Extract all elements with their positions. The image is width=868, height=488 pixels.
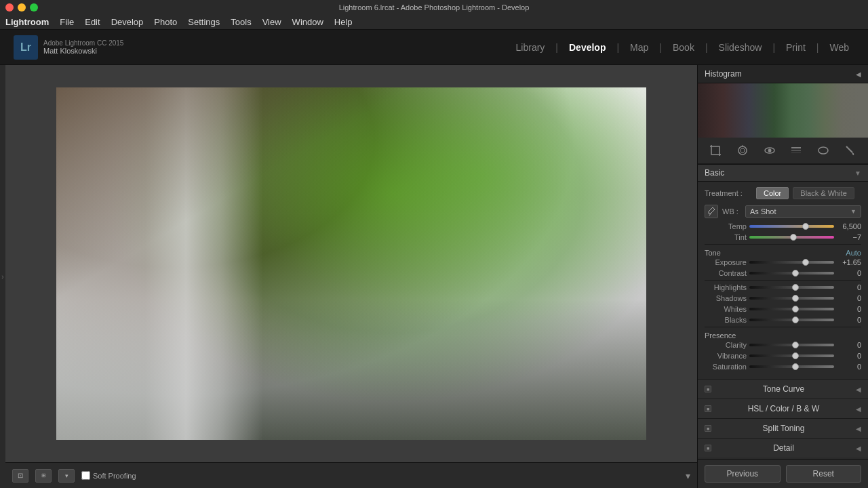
radial-filter-tool-icon[interactable]: [814, 143, 833, 158]
spot-removal-tool-icon[interactable]: [733, 143, 752, 158]
grid-overlay-button[interactable]: ⊞: [35, 469, 52, 483]
tint-label: Tint: [705, 233, 747, 241]
main-content: › ⊡ ⊞ ▾ Soft Proofing: [0, 65, 868, 488]
hsl-header[interactable]: ■ HSL / Color / B & W ◀: [698, 399, 868, 418]
tint-slider-thumb[interactable]: [790, 234, 797, 241]
clarity-slider-track[interactable]: [749, 344, 834, 346]
edit-menu[interactable]: Edit: [85, 17, 100, 27]
app-menu[interactable]: Lightroom: [5, 17, 49, 27]
file-menu[interactable]: File: [60, 17, 74, 27]
temp-slider-track[interactable]: [749, 225, 834, 228]
basic-panel-content: Treatment : Color Black & White WB : As …: [698, 182, 868, 379]
basic-title: Basic: [705, 168, 724, 178]
detail-toggle[interactable]: ■: [705, 445, 711, 451]
hsl-toggle[interactable]: ■: [705, 405, 711, 412]
tone-curve-toggle[interactable]: ■: [705, 386, 711, 392]
image-container[interactable]: [5, 65, 697, 462]
nav-develop[interactable]: Develop: [564, 39, 611, 56]
close-button[interactable]: [5, 3, 14, 12]
nav-map[interactable]: Map: [625, 39, 654, 56]
app-name: Adobe Lightroom CC 2015: [43, 39, 123, 47]
basic-section-header[interactable]: Basic ▼: [698, 164, 868, 182]
compare-button[interactable]: ▾: [58, 469, 75, 483]
shadows-slider-track[interactable]: [749, 297, 834, 300]
saturation-slider-thumb[interactable]: [792, 363, 799, 370]
tools-menu[interactable]: Tools: [231, 17, 251, 27]
view-menu[interactable]: View: [262, 17, 281, 27]
reset-button[interactable]: Reset: [786, 465, 862, 483]
hsl-arrow: ◀: [856, 405, 861, 413]
develop-menu[interactable]: Develop: [111, 17, 144, 27]
left-panel-toggle[interactable]: ›: [0, 65, 5, 488]
contrast-slider-track[interactable]: [749, 272, 834, 274]
svg-line-14: [846, 146, 852, 152]
wb-dropdown[interactable]: As Shot ▼: [745, 205, 861, 218]
separator-3: [705, 327, 861, 327]
tint-slider-track[interactable]: [749, 236, 834, 239]
exposure-label: Exposure: [705, 258, 747, 266]
shadows-slider-thumb[interactable]: [792, 295, 799, 302]
red-eye-correction-icon[interactable]: [760, 143, 779, 158]
nav-print[interactable]: Print: [781, 39, 811, 56]
blacks-slider-track[interactable]: [749, 319, 834, 321]
treatment-color-btn[interactable]: Color: [756, 187, 789, 199]
basic-arrow: ▼: [854, 169, 861, 177]
nav-web[interactable]: Web: [824, 39, 854, 56]
exposure-slider-thumb[interactable]: [802, 259, 809, 266]
exposure-slider-track[interactable]: [749, 261, 834, 264]
user-name: Matt Kloskowski: [43, 47, 123, 55]
hsl-panel: ■ HSL / Color / B & W ◀: [698, 399, 868, 418]
presence-subsection-row: Presence: [705, 331, 861, 340]
split-toning-toggle[interactable]: ■: [705, 425, 711, 432]
graduated-filter-tool-icon[interactable]: [787, 143, 806, 158]
exposure-slider-row: Exposure +1.65: [705, 258, 861, 266]
help-menu[interactable]: Help: [334, 17, 353, 27]
highlights-slider-track[interactable]: [749, 286, 834, 289]
detail-header[interactable]: ■ Detail ◀: [698, 439, 868, 458]
contrast-slider-thumb[interactable]: [792, 270, 799, 277]
wb-eyedropper-icon[interactable]: [705, 205, 718, 218]
wb-row: WB : As Shot ▼: [705, 205, 861, 218]
clarity-value: 0: [837, 341, 861, 349]
lr-icon-text: Lr: [20, 41, 31, 54]
shadows-slider-row: Shadows 0: [705, 294, 861, 302]
tone-curve-header[interactable]: ■ Tone Curve ◀: [698, 380, 868, 399]
treatment-bw-btn[interactable]: Black & White: [793, 187, 854, 199]
temp-slider-thumb[interactable]: [802, 223, 809, 230]
soft-proofing-input[interactable]: [81, 471, 90, 480]
window-menu[interactable]: Window: [292, 17, 323, 27]
whites-slider-thumb[interactable]: [792, 306, 799, 312]
toolbar-dropdown[interactable]: ▾: [686, 470, 690, 481]
contrast-value: 0: [837, 269, 861, 277]
saturation-value: 0: [837, 363, 861, 371]
nav-slideshow[interactable]: Slideshow: [713, 39, 768, 56]
adjustment-brush-tool-icon[interactable]: [841, 143, 860, 158]
view-mode-button[interactable]: ⊡: [12, 469, 28, 483]
temp-label: Temp: [705, 222, 747, 230]
shadows-label: Shadows: [705, 294, 747, 302]
maximize-button[interactable]: [30, 3, 38, 12]
previous-button[interactable]: Previous: [705, 465, 781, 483]
minimize-button[interactable]: [18, 3, 26, 12]
vibrance-slider-track[interactable]: [749, 354, 834, 357]
blacks-slider-thumb[interactable]: [792, 317, 799, 323]
nav-library[interactable]: Library: [511, 39, 551, 56]
split-toning-header[interactable]: ■ Split Toning ◀: [698, 419, 868, 438]
detail-title: Detail: [715, 443, 852, 453]
whites-slider-track[interactable]: [749, 308, 834, 310]
nav-book[interactable]: Book: [667, 39, 700, 56]
saturation-slider-track[interactable]: [749, 365, 834, 368]
settings-menu[interactable]: Settings: [188, 17, 220, 27]
highlights-slider-thumb[interactable]: [792, 284, 799, 291]
photo-canvas: [56, 87, 646, 440]
auto-btn[interactable]: Auto: [846, 249, 861, 257]
clarity-slider-thumb[interactable]: [792, 342, 799, 348]
photo-menu[interactable]: Photo: [154, 17, 177, 27]
vibrance-slider-thumb[interactable]: [792, 352, 799, 359]
right-panel: Histogram ◀: [697, 65, 868, 488]
soft-proofing-checkbox[interactable]: Soft Proofing: [81, 471, 136, 480]
crop-overlay-icon[interactable]: [706, 143, 725, 158]
clarity-slider-row: Clarity 0: [705, 341, 861, 349]
saturation-slider-row: Saturation 0: [705, 363, 861, 371]
histogram-header[interactable]: Histogram ◀: [698, 65, 868, 83]
